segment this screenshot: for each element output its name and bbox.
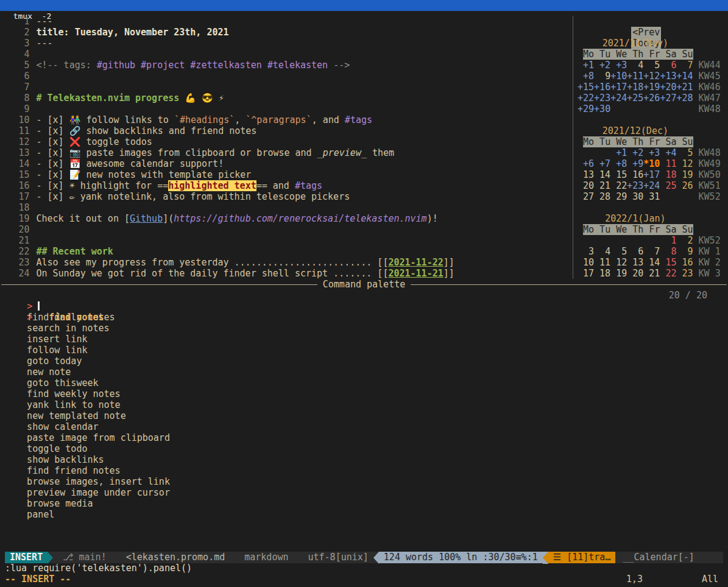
calendar-day[interactable]: +3 — [643, 147, 660, 158]
palette-item[interactable]: new note — [0, 367, 728, 378]
editor-line[interactable]: 2title: Tuesday, November 23th, 2021 — [5, 27, 568, 38]
calendar-day[interactable]: 21 — [594, 180, 610, 191]
palette-item[interactable]: show calendar — [0, 421, 728, 432]
calendar-day[interactable]: +20 — [660, 82, 676, 93]
calendar-day[interactable]: +7 — [594, 158, 610, 169]
editor-line[interactable]: 16- [x] ☀ highlight for ==highlighted te… — [5, 180, 568, 191]
calendar-day[interactable]: 28 — [594, 191, 610, 202]
calendar-day[interactable]: 13 — [627, 257, 643, 268]
calendar-day[interactable]: +14 — [676, 71, 693, 82]
palette-item[interactable]: follow link — [0, 345, 728, 356]
editor-line[interactable]: 14- [x] 📅 awesome calendar support! — [5, 158, 568, 169]
calendar-day[interactable]: 22 — [610, 180, 627, 191]
calendar-day[interactable]: +28 — [676, 93, 693, 104]
palette-item[interactable]: paste image from clipboard — [0, 432, 728, 443]
calendar-day[interactable]: +9 — [627, 158, 643, 169]
calendar-day[interactable]: 20 — [578, 180, 594, 191]
calendar-day[interactable]: 12 — [610, 257, 627, 268]
calendar-day[interactable]: 6 — [627, 246, 643, 257]
text-segment[interactable]: https://github.com/renerocksai/telekaste… — [174, 213, 426, 224]
editor-line[interactable]: 11- [x] 🔗 show backlinks and friend note… — [5, 125, 568, 136]
calendar-day[interactable]: 5 — [643, 60, 660, 71]
calendar-day[interactable]: 7 — [676, 60, 693, 71]
text-segment[interactable]: 2021-11-21 — [388, 268, 443, 279]
calendar-day[interactable]: 6 — [660, 60, 676, 71]
calendar-day[interactable]: 11 — [660, 158, 676, 169]
calendar-day[interactable]: 16 — [627, 169, 643, 180]
calendar-prev-button[interactable]: <Prev — [631, 27, 661, 38]
calendar-day[interactable]: +6 — [578, 158, 594, 169]
editor-pane[interactable]: 1---2title: Tuesday, November 23th, 2021… — [5, 16, 568, 279]
editor-line[interactable]: 12- [x] ❌ toggle todos — [5, 136, 568, 147]
command-palette[interactable]: Command palette > 20 / 20 >find notes fi… — [0, 279, 728, 520]
palette-item[interactable]: find daily notes — [0, 312, 728, 323]
calendar-day[interactable]: 20 — [627, 268, 643, 279]
editor-line[interactable]: 1--- — [5, 16, 568, 27]
calendar-day[interactable]: 18 — [594, 268, 610, 279]
calendar-day[interactable]: +2 — [594, 60, 610, 71]
calendar-day[interactable]: +10 — [610, 71, 627, 82]
calendar-day[interactable]: 2 — [676, 235, 693, 246]
palette-item[interactable]: browse images, insert link — [0, 476, 728, 487]
text-segment[interactable]: 2021-11-22 — [388, 257, 443, 268]
calendar-day[interactable]: +2 — [627, 147, 643, 158]
calendar-day[interactable]: 31 — [643, 191, 660, 202]
calendar-day[interactable]: +27 — [660, 93, 676, 104]
palette-item[interactable]: new templated note — [0, 410, 728, 421]
palette-item[interactable]: panel — [0, 509, 728, 520]
calendar-day[interactable]: +8 — [578, 71, 594, 82]
editor-line[interactable]: 8# Telekasten.nvim progress 💪 😎 ⚡ — [5, 93, 568, 104]
calendar-day[interactable]: +26 — [643, 93, 660, 104]
editor-line[interactable]: 10- [x] 👫 follow links to `#headings`, `… — [5, 114, 568, 125]
palette-item[interactable]: goto thisweek — [0, 378, 728, 388]
editor-line[interactable]: 9 — [5, 104, 568, 114]
editor-line[interactable]: 18 — [5, 202, 568, 213]
calendar-day[interactable]: 14 — [643, 257, 660, 268]
command-line[interactable]: :lua require('telekasten').panel() — [5, 563, 192, 574]
calendar-day[interactable]: +17 — [643, 169, 660, 180]
calendar-day[interactable]: +3 — [610, 60, 627, 71]
calendar-day[interactable]: 5 — [610, 246, 627, 257]
editor-line[interactable]: 21 — [5, 235, 568, 246]
calendar-day[interactable]: +15 — [578, 82, 594, 93]
palette-item[interactable]: insert link — [0, 334, 728, 345]
calendar-day[interactable]: 21 — [643, 268, 660, 279]
calendar-day[interactable]: 10 — [578, 257, 594, 268]
editor-line[interactable]: 20 — [5, 224, 568, 235]
palette-item[interactable]: preview image under cursor — [0, 487, 728, 498]
palette-prompt-row[interactable]: > 20 / 20 — [0, 290, 728, 301]
palette-item[interactable]: yank link to note — [0, 399, 728, 410]
calendar-day[interactable]: *10 — [643, 158, 660, 169]
calendar-day[interactable]: +13 — [660, 71, 676, 82]
calendar-day[interactable]: 5 — [676, 147, 693, 158]
calendar-day[interactable]: 19 — [676, 169, 693, 180]
palette-item[interactable]: search in notes — [0, 323, 728, 334]
calendar-day[interactable]: 8 — [660, 246, 676, 257]
editor-line[interactable]: 22## Recent work — [5, 246, 568, 257]
editor-line[interactable]: 6 — [5, 71, 568, 82]
calendar-day[interactable]: 22 — [660, 268, 676, 279]
calendar-day[interactable]: +1 — [610, 147, 627, 158]
palette-item[interactable]: toggle todo — [0, 443, 728, 454]
calendar-day[interactable]: 25 — [660, 180, 676, 191]
calendar-day[interactable]: 29 — [610, 191, 627, 202]
calendar-day[interactable]: +18 — [627, 82, 643, 93]
calendar-day[interactable]: +11 — [627, 71, 643, 82]
palette-item[interactable]: show backlinks — [0, 454, 728, 465]
editor-line[interactable]: 15- [x] 📝 new notes with template picker — [5, 169, 568, 180]
palette-item[interactable]: goto today — [0, 356, 728, 367]
calendar-day[interactable]: +4 — [660, 147, 676, 158]
editor-line[interactable]: 23Also see my progress from yesterday ..… — [5, 257, 568, 268]
palette-item[interactable]: find friend notes — [0, 465, 728, 476]
palette-selected-item[interactable]: >find notes — [0, 301, 728, 312]
calendar-day[interactable]: +25 — [627, 93, 643, 104]
editor-line[interactable]: 4 — [5, 49, 568, 60]
calendar-day[interactable]: +8 — [610, 158, 627, 169]
palette-item[interactable]: find weekly notes — [0, 388, 728, 399]
calendar-day[interactable]: 9 — [676, 246, 693, 257]
editor-line[interactable]: 19Check it out on [Github](https://githu… — [5, 213, 568, 224]
calendar-day[interactable]: 3 — [578, 246, 594, 257]
calendar-day[interactable]: 30 — [627, 191, 643, 202]
calendar-day[interactable]: 4 — [594, 246, 610, 257]
calendar-day[interactable]: 9 — [594, 71, 610, 82]
